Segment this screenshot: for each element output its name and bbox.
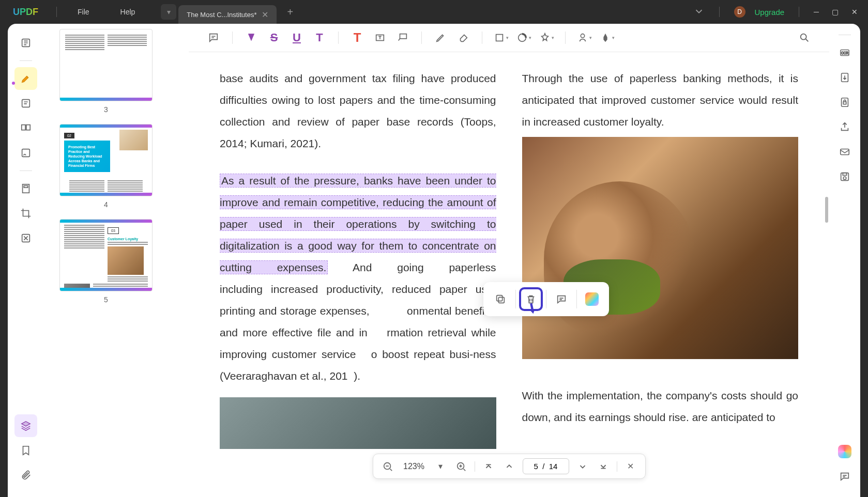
svg-rect-9 bbox=[400, 34, 407, 39]
crop-tool-icon[interactable] bbox=[14, 202, 37, 225]
email-icon[interactable] bbox=[834, 142, 855, 162]
document-image-callcenter bbox=[522, 137, 799, 359]
svg-rect-15 bbox=[497, 296, 502, 301]
svg-text:OCR: OCR bbox=[841, 51, 849, 55]
window-minimize-icon[interactable]: ─ bbox=[814, 8, 819, 16]
zoom-page-bar: 123% ▾ ✕ bbox=[373, 454, 646, 479]
scrollbar-thumb[interactable] bbox=[825, 197, 828, 223]
comments-panel-icon[interactable] bbox=[834, 466, 855, 487]
pencil-tool-icon[interactable] bbox=[431, 28, 450, 47]
save-icon[interactable] bbox=[834, 166, 855, 187]
underline-icon[interactable]: U bbox=[287, 28, 306, 47]
strikethrough-icon[interactable]: S bbox=[265, 28, 283, 47]
first-page-icon[interactable] bbox=[481, 459, 496, 474]
svg-point-12 bbox=[581, 34, 584, 38]
comment-tool-icon[interactable] bbox=[204, 28, 223, 47]
page-number-input[interactable] bbox=[523, 458, 569, 474]
document-viewport[interactable]: base audits and government tax filing ha… bbox=[189, 52, 829, 497]
copy-icon[interactable] bbox=[489, 287, 512, 311]
svg-rect-21 bbox=[842, 98, 848, 107]
textbox-tool-icon[interactable] bbox=[371, 28, 389, 47]
page-tools-icon[interactable] bbox=[14, 177, 37, 200]
signature-tool-icon[interactable] bbox=[575, 28, 593, 47]
svg-rect-6 bbox=[24, 186, 27, 188]
svg-point-26 bbox=[843, 177, 846, 180]
note-icon[interactable] bbox=[550, 287, 573, 311]
thumbnail-page-3[interactable]: 3 bbox=[59, 29, 153, 114]
highlight-text-icon[interactable] bbox=[242, 28, 261, 47]
thumb-number: 4 bbox=[59, 200, 153, 209]
fill-sign-icon[interactable] bbox=[14, 142, 37, 164]
tab-close-icon[interactable]: ✕ bbox=[262, 10, 268, 20]
zoom-dropdown-icon[interactable]: ▾ bbox=[433, 459, 448, 474]
tab-dropdown[interactable]: ▾ bbox=[161, 4, 176, 20]
callout-tool-icon[interactable] bbox=[393, 28, 412, 47]
document-column-left: base audits and government tax filing ha… bbox=[220, 68, 496, 449]
tab-title: The Most C...Institutes* bbox=[187, 11, 256, 19]
bookmark-icon[interactable] bbox=[14, 439, 37, 462]
svg-rect-23 bbox=[841, 149, 849, 155]
reader-mode-icon[interactable] bbox=[14, 32, 37, 54]
svg-rect-1 bbox=[22, 100, 30, 107]
menu-file[interactable]: File bbox=[62, 8, 105, 16]
document-image-laptop bbox=[220, 397, 496, 449]
ocr-icon[interactable]: OCR bbox=[834, 42, 855, 63]
zoom-in-icon[interactable] bbox=[454, 459, 468, 474]
thumbnail-page-5[interactable]: 03Customer Loyalty 5 bbox=[59, 219, 153, 304]
prev-page-icon[interactable] bbox=[502, 459, 516, 474]
last-page-icon[interactable] bbox=[596, 459, 611, 474]
thumbnail-page-4[interactable]: 02 Promoting Best Practice and Reducing … bbox=[59, 124, 153, 209]
thumb-number: 5 bbox=[59, 296, 153, 304]
svg-rect-25 bbox=[843, 173, 846, 176]
window-maximize-icon[interactable]: ▢ bbox=[832, 8, 839, 16]
thumbnails-panel: 3 02 Promoting Best Practice and Reducin… bbox=[44, 24, 189, 497]
attachment-icon[interactable] bbox=[14, 464, 37, 487]
app-logo: UPDF bbox=[0, 7, 51, 18]
svg-rect-22 bbox=[843, 102, 846, 104]
highlighter-tool-icon[interactable] bbox=[14, 67, 37, 90]
thumb-number: 3 bbox=[59, 105, 153, 114]
left-rail bbox=[8, 24, 44, 497]
sticker-tool-icon[interactable] bbox=[514, 28, 533, 47]
svg-rect-3 bbox=[26, 125, 30, 130]
ai-assistant-icon[interactable] bbox=[834, 441, 855, 462]
convert-icon[interactable] bbox=[834, 67, 855, 88]
window-close-icon[interactable]: ✕ bbox=[851, 8, 858, 16]
document-tab[interactable]: The Most C...Institutes* ✕ bbox=[178, 5, 277, 24]
stamp-tool-icon[interactable] bbox=[537, 28, 556, 47]
delete-icon[interactable] bbox=[519, 287, 543, 311]
redact-tool-icon[interactable] bbox=[14, 227, 37, 250]
protect-icon[interactable] bbox=[834, 92, 855, 113]
text-tool-icon[interactable]: T bbox=[348, 28, 367, 47]
edit-text-tool-icon[interactable] bbox=[14, 92, 37, 115]
right-rail: OCR bbox=[829, 24, 860, 497]
zoom-value: 123% bbox=[401, 462, 427, 471]
close-bar-icon[interactable]: ✕ bbox=[623, 459, 638, 474]
upgrade-button[interactable]: Upgrade bbox=[755, 8, 785, 17]
share-icon[interactable] bbox=[834, 117, 855, 137]
svg-rect-4 bbox=[22, 149, 30, 157]
svg-rect-14 bbox=[498, 297, 504, 303]
tab-add-icon[interactable]: + bbox=[287, 6, 293, 18]
next-page-icon[interactable] bbox=[575, 459, 590, 474]
svg-rect-2 bbox=[22, 125, 25, 130]
squiggly-icon[interactable]: T bbox=[310, 28, 329, 47]
user-avatar[interactable]: D bbox=[734, 6, 745, 18]
annotation-toolbar: S U T T bbox=[189, 24, 829, 52]
document-column-right: Through the use of paperless banking met… bbox=[522, 68, 799, 449]
layers-icon[interactable] bbox=[14, 414, 37, 437]
shape-tool-icon[interactable] bbox=[492, 28, 510, 47]
zoom-out-icon[interactable] bbox=[380, 459, 395, 474]
menu-help[interactable]: Help bbox=[105, 8, 151, 16]
ink-tool-icon[interactable] bbox=[598, 28, 616, 47]
highlight-context-menu bbox=[483, 282, 609, 316]
chevron-down-icon[interactable] bbox=[693, 6, 705, 19]
highlighted-text[interactable]: As a result of the pressure, banks have … bbox=[220, 174, 496, 274]
svg-point-13 bbox=[801, 34, 806, 40]
svg-rect-10 bbox=[496, 35, 502, 41]
color-picker-icon[interactable] bbox=[580, 287, 604, 311]
search-icon[interactable] bbox=[795, 28, 814, 47]
organize-pages-icon[interactable] bbox=[14, 117, 37, 139]
eraser-tool-icon[interactable] bbox=[454, 28, 473, 47]
